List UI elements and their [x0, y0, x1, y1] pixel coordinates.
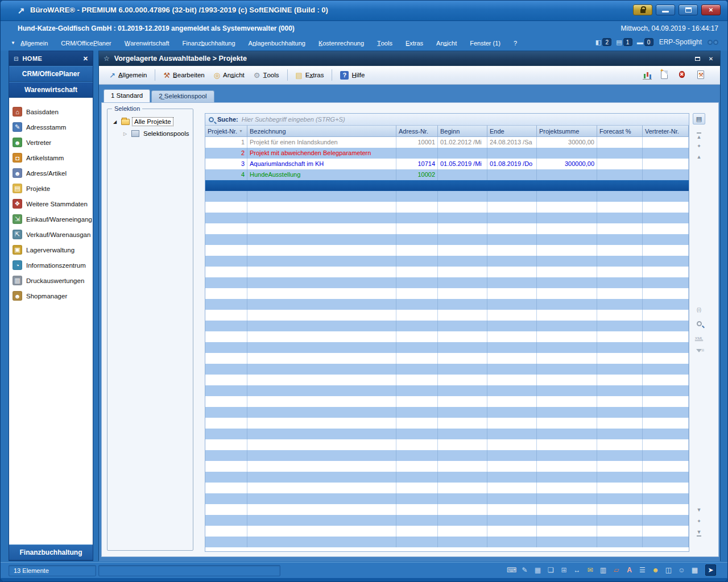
sidebar-section-crm-officeplaner[interactable]: CRM/OfficePlaner [9, 66, 93, 82]
table-row-empty[interactable] [205, 234, 689, 245]
table-row-project-4[interactable]: 4HundeAusstellung10002 [205, 169, 689, 180]
table-row-empty[interactable] [205, 223, 689, 234]
calendar-grid-icon[interactable]: ▦ [689, 564, 700, 576]
table-row-empty[interactable] [205, 299, 689, 310]
table-row-empty[interactable] [205, 310, 689, 321]
list-badge[interactable]: ▤1 [616, 38, 632, 46]
chart-window-icon[interactable]: ▱ [611, 564, 622, 576]
search-edit-icon[interactable]: ✎ [519, 564, 530, 576]
sidebar-item-adressstamm[interactable]: ✎Adressstamm [9, 119, 93, 135]
table-row-empty[interactable] [205, 483, 689, 493]
table-row-empty[interactable] [205, 202, 689, 213]
scroll-up-button[interactable]: ▲ [693, 151, 705, 163]
column-header-projekt-nr-[interactable]: Projekt-Nr.▼ [205, 126, 247, 136]
menu-item-8[interactable]: Ans̲icht [436, 39, 457, 48]
sidebar-close-icon[interactable]: ✕ [83, 55, 88, 63]
menu-item-5[interactable]: K̲ostenrechnung [318, 39, 365, 48]
new-document-icon[interactable] [661, 70, 668, 79]
calculator-icon[interactable]: ▦ [532, 564, 543, 576]
menu-item-10[interactable]: ? [513, 39, 518, 48]
tree-collapse-icon[interactable]: ▷ [123, 131, 129, 136]
page-down-button[interactable]: ✦ [693, 516, 705, 527]
table-row-project-2[interactable]: 2Projekt mit abweichenden Belegparameter… [205, 148, 689, 159]
table-row-empty[interactable] [205, 450, 689, 461]
table-row-empty[interactable] [205, 213, 689, 223]
tab-2[interactable]: 2̲ Selektionspool [151, 90, 214, 102]
panel-resize-icon[interactable]: ↔ [572, 564, 582, 576]
maximize-button[interactable] [679, 5, 698, 15]
sidebar-item-lagerverwaltung[interactable]: ▣Lagerverwaltung [9, 242, 93, 257]
minimize-button[interactable] [656, 5, 675, 15]
cancel-icon[interactable]: ✕ [679, 71, 685, 78]
windows-copy-icon[interactable]: ❏ [545, 564, 556, 576]
toolbar-button-hilfe[interactable]: ?H̲ilfe [336, 69, 369, 82]
search-bar[interactable]: Suche: Hier Suchbegriff eingeben (STRG+S… [205, 114, 689, 126]
tree-node-alle-projekte[interactable]: ◢ Alle Projekte [113, 117, 193, 126]
tab-1[interactable]: 1 Standard [104, 89, 150, 102]
report-list-icon[interactable]: ☰ [637, 564, 648, 576]
table-row-empty[interactable] [205, 245, 689, 256]
toolbar-button-allgemein[interactable]: ↗A̲llgemein [105, 69, 151, 82]
toolbar-button-extras[interactable]: ▤Ex̲tras [291, 69, 329, 82]
table-row-empty[interactable] [205, 385, 689, 396]
chart-icon[interactable] [643, 70, 652, 80]
table-row-empty[interactable] [205, 472, 689, 483]
xml-export-button[interactable]: XML [693, 332, 705, 344]
table-row-project-3[interactable]: 3Aquariumlandschaft im KH1071401.05.2019… [205, 159, 689, 169]
sidebar-item-verkauf-warenausgan[interactable]: ⇱Verkauf/Warenausgan [9, 227, 93, 242]
sidebar-item-druckauswertungen[interactable]: ▥Druckauswertungen [9, 273, 93, 288]
properties-icon[interactable] [697, 70, 704, 79]
sidebar-item-shopmanager[interactable]: ☻Shopmanager [9, 288, 93, 304]
message-badge[interactable]: ▬0 [637, 38, 653, 46]
column-header-projektsumme[interactable]: Projektsumme [537, 126, 597, 136]
menu-caret-icon[interactable]: ▼ [11, 40, 15, 45]
sidebar-item-basisdaten[interactable]: ⌂Basisdaten [9, 104, 93, 119]
table-row-empty[interactable] [205, 429, 689, 439]
table-row-empty[interactable] [205, 504, 689, 515]
font-icon[interactable]: A [624, 564, 635, 576]
zoom-search-button[interactable] [693, 318, 705, 329]
table-row-empty[interactable] [205, 537, 689, 547]
table-row-empty[interactable] [205, 407, 689, 418]
table-row-empty[interactable] [205, 375, 689, 385]
table-row-empty[interactable] [205, 493, 689, 504]
scroll-bottom-button[interactable]: ▼ [693, 527, 705, 538]
user-alert-icon[interactable]: ☻ [650, 564, 661, 576]
table-row-empty[interactable] [205, 277, 689, 288]
sidebar-section-warenwirtschaft[interactable]: Warenwirtschaft [9, 82, 93, 98]
lock-button[interactable] [633, 5, 652, 15]
tree-expand-icon[interactable]: ◢ [113, 119, 119, 124]
menu-item-2[interactable]: W̲arenwirtschaft [124, 39, 170, 48]
tree-node-selektionspools[interactable]: ▷ Selektionspools [123, 130, 193, 138]
sidebar-item-vertreter[interactable]: ☻Vertreter [9, 135, 93, 150]
sidebar-item-weitere-stammdaten[interactable]: ❖Weitere Stammdaten [9, 196, 93, 211]
sidebar-item-projekte[interactable]: ▤Projekte [9, 181, 93, 196]
favorite-star-icon[interactable]: ☆ [104, 55, 110, 63]
toolbar-button-bearbeiten[interactable]: ⚒B̲earbeiten [159, 69, 209, 82]
table-row-empty[interactable] [205, 342, 689, 353]
sidebar-section-finanzbuchhaltung[interactable]: Finanzbuchhaltung [9, 544, 93, 560]
column-header-vertreter-nr-[interactable]: Vertreter-Nr. [643, 126, 689, 136]
column-options-button[interactable]: ▤ [693, 113, 705, 124]
menu-item-4[interactable]: An̲lagenbuchhaltung [248, 39, 306, 48]
table-row-empty[interactable] [205, 396, 689, 407]
menu-item-6[interactable]: T̲ools [377, 39, 393, 48]
binoculars-icon[interactable] [708, 40, 718, 45]
column-header-beginn[interactable]: Beginn [438, 126, 487, 136]
menu-item-7[interactable]: E̲xtras [405, 39, 424, 48]
table-row-project-1[interactable]: 1Projekt für einen Inlandskunden1000101.… [205, 137, 689, 148]
toolbar-button-ansicht[interactable]: ◎Ans̲icht [209, 69, 249, 82]
menu-item-9[interactable]: Fenster (1) [469, 39, 501, 48]
document-close-button[interactable]: ✕ [706, 55, 715, 63]
close-button[interactable]: ✕ [701, 5, 721, 15]
keyboard-icon[interactable]: ⌨ [506, 564, 517, 576]
table-row-empty[interactable] [205, 267, 689, 277]
count-info-button[interactable]: (i) [693, 304, 705, 315]
scroll-top-button[interactable]: ▲ [693, 130, 705, 142]
sidebar-item-artikelstamm[interactable]: ◘Artikelstamm [9, 150, 93, 165]
document-restore-button[interactable] [693, 55, 702, 63]
sidebar-item-informationszentrum[interactable]: ◔Informationszentrum [9, 257, 93, 273]
column-header-bezeichnung[interactable]: Bezeichnung [247, 126, 396, 136]
table-row-empty[interactable] [205, 256, 689, 267]
column-header-adress-nr-[interactable]: Adress-Nr. [396, 126, 438, 136]
